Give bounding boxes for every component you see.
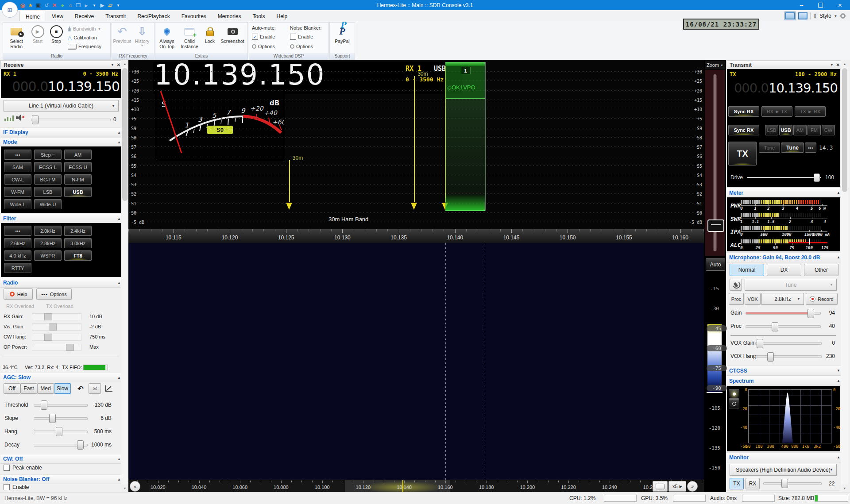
maximize-button[interactable]	[811, 0, 830, 10]
agc-slider-thumb-threshold[interactable]	[41, 400, 47, 410]
tx-slider-track-vox-gain[interactable]	[755, 342, 822, 345]
tx-row2-lsb-1[interactable]: LSB	[765, 125, 778, 135]
spectrum-line-toggle[interactable]	[729, 399, 739, 408]
mode-button-w-fm[interactable]: W-FM	[4, 187, 31, 197]
nb-enable-checkbox-panel[interactable]: Enable	[4, 484, 29, 490]
options-button[interactable]: ••• Options	[36, 289, 72, 300]
tone-button[interactable]: Tone	[759, 142, 780, 153]
filter-button-wspr[interactable]: WSPR	[34, 250, 62, 261]
tx-slider-thumb-gain[interactable]	[808, 309, 814, 318]
tx-slider-thumb-vox-gain[interactable]	[757, 339, 763, 348]
ctcss-header[interactable]: CTCSS▼	[726, 365, 843, 376]
history-button[interactable]: ⇩ History ▼	[132, 23, 152, 52]
auto-button[interactable]: Auto	[706, 258, 725, 271]
app-menu-button[interactable]: ⊞	[2, 2, 18, 18]
mic-button-dx[interactable]: DX	[767, 264, 801, 276]
favorite-star-icon[interactable]: ★	[27, 1, 35, 9]
record-green-icon[interactable]: ●	[58, 1, 66, 9]
agc-button-fast[interactable]: Fast	[20, 383, 37, 394]
microphone-select-button[interactable]	[730, 279, 742, 291]
panel-collapse-icon[interactable]: ▼	[111, 63, 114, 67]
close-button[interactable]: ×	[830, 0, 850, 10]
waterfall-display[interactable]	[128, 243, 704, 480]
volume-slider-thumb[interactable]	[32, 115, 39, 124]
monitor-2-icon[interactable]	[798, 12, 808, 19]
filter-button-2-4khz[interactable]: 2.4kHz	[64, 226, 92, 236]
agc-slider-thumb-hang[interactable]	[56, 427, 62, 436]
agc-undo-icon[interactable]: ↶	[74, 383, 87, 394]
mode-button-ecss-l[interactable]: ECSS-L	[34, 162, 62, 172]
vox-button[interactable]: VOX	[745, 293, 761, 305]
monitor-device-dropdown[interactable]: Speakers (High Definition Audio Device)▼	[730, 464, 837, 476]
volume-slider-track[interactable]	[31, 119, 111, 121]
mode-button-sam[interactable]: SAM	[4, 162, 31, 172]
minimize-button[interactable]: –	[792, 0, 811, 10]
customize-caret-icon[interactable]: ▾	[114, 1, 122, 9]
always-on-top-button[interactable]: AlwaysOn Top	[156, 23, 178, 52]
mode-button-ecss-u[interactable]: ECSS-U	[64, 162, 92, 172]
audio-device-dropdown[interactable]: Line 1 (Virtual Audio Cable)▼	[4, 100, 119, 112]
monitor-slider-thumb[interactable]	[781, 479, 788, 488]
mode-button-cw-l[interactable]: CW-L	[4, 174, 31, 185]
start-button[interactable]: ▶ Start	[29, 23, 46, 52]
automute-options-button[interactable]: Options	[252, 42, 275, 51]
filter-button-2-6khz[interactable]: 2.6kHz	[4, 238, 31, 248]
agc-header[interactable]: AGC: Slow▲	[0, 373, 124, 382]
mode-button-usb[interactable]: USB	[64, 187, 92, 197]
filter-button-item[interactable]: •••	[4, 226, 31, 236]
slider-track-cw-hang[interactable]	[32, 334, 81, 341]
tab-rec-playback[interactable]: Rec/Playback	[131, 11, 175, 22]
calibration-button[interactable]: △ Calibration	[68, 33, 97, 42]
mode-button-step[interactable]: Step ≡	[34, 150, 62, 160]
close-red-icon[interactable]: ✕	[50, 1, 58, 9]
tab-help[interactable]: Help	[271, 11, 294, 22]
tx-row1-rx-tx[interactable]: RX ► TX	[761, 106, 792, 117]
zoom-slider[interactable]	[705, 70, 725, 256]
cw-header[interactable]: CW: Off▲	[0, 454, 124, 464]
station-label[interactable]: ◇OK1VPO	[447, 84, 475, 91]
agc-scheme-icon[interactable]: ✉	[89, 383, 101, 394]
mode-button-am[interactable]: AM	[64, 150, 92, 160]
screenshot-button[interactable]: Screenshot	[219, 23, 246, 52]
agc-button-off[interactable]: Off	[4, 383, 20, 394]
filter-button-rtty[interactable]: RTTY	[4, 263, 31, 273]
help-button[interactable]: Help	[4, 289, 33, 300]
previous-button[interactable]: ↶ Previous	[113, 23, 131, 52]
mode-button-lsb[interactable]: LSB	[34, 187, 62, 197]
slider-track-vis-gain[interactable]	[32, 323, 81, 331]
panel-collapse-icon[interactable]: ▼	[830, 63, 834, 67]
style-caret-icon[interactable]: ▼	[834, 14, 838, 18]
slider-track-rx-gain[interactable]	[32, 313, 81, 320]
paypal-button[interactable]: PP PayPal	[332, 23, 353, 52]
nb-options-button[interactable]: Options	[290, 42, 313, 51]
record-button[interactable]: Record	[806, 293, 838, 305]
agc-button-slow[interactable]: Slow	[54, 383, 71, 394]
panel-close-icon[interactable]: ✕	[836, 62, 840, 67]
nav-scroll-left-button[interactable]: «	[130, 481, 140, 492]
tx-spectrum-header[interactable]: Spectrum▲	[726, 376, 843, 386]
agc-curve-icon[interactable]	[103, 383, 115, 394]
tab-tools[interactable]: Tools	[247, 11, 271, 22]
lock-button[interactable]: Lock	[201, 23, 218, 52]
slider-track-op-power[interactable]	[32, 344, 81, 351]
slider-thumb-vis-gain[interactable]	[49, 323, 57, 331]
tune-button[interactable]: Tune	[781, 142, 804, 153]
panel-close-icon[interactable]: ✕	[117, 62, 120, 67]
agc-button-med[interactable]: Med	[37, 383, 54, 394]
help-lifering-icon[interactable]: ◎	[19, 1, 27, 9]
peak-enable-checkbox[interactable]: Peak enable	[4, 465, 42, 471]
if-display-header[interactable]: IF Display▲	[0, 127, 124, 137]
frequency-button[interactable]: Frequency	[68, 42, 101, 51]
radio-section-header[interactable]: Radio▲	[0, 278, 124, 288]
rx-frequency-display[interactable]: RX 1 0 - 3500 Hz 000.010.139.150	[1, 69, 121, 98]
mic-button-other[interactable]: Other	[804, 264, 838, 276]
nav-continue-button[interactable]: »	[687, 481, 698, 492]
caret-icon[interactable]: ▾	[90, 1, 98, 9]
drive-slider-thumb[interactable]	[814, 173, 820, 182]
tx-slider-track-proc[interactable]	[746, 325, 821, 328]
transmit-panel-scrollbar[interactable]: ▲ ▼	[841, 60, 848, 492]
child-instance-button[interactable]: ChildInstance	[178, 23, 201, 52]
drive-slider-track[interactable]	[747, 177, 821, 178]
monitor-button-rx[interactable]: RX	[746, 478, 760, 489]
tx-slider-thumb-vox-hang[interactable]	[767, 352, 774, 362]
